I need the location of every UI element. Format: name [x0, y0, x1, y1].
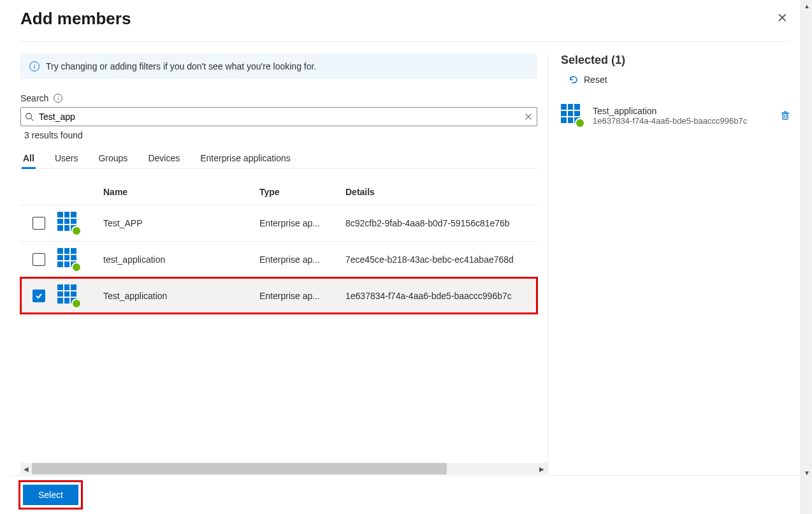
search-help-icon[interactable]: i	[54, 94, 62, 103]
remove-selected-button[interactable]	[780, 110, 790, 121]
reset-label: Reset	[584, 75, 607, 85]
tabs: AllUsersGroupsDevicesEnterprise applicat…	[20, 148, 537, 169]
svg-point-0	[26, 114, 32, 119]
info-banner-text: Try changing or adding filters if you do…	[46, 61, 316, 71]
row-name: test_application	[103, 254, 259, 265]
footer: Select	[10, 475, 801, 514]
col-header-name[interactable]: Name	[103, 187, 259, 197]
row-name: Test_APP	[103, 218, 259, 228]
results-table: Name Type Details Test_APPEnterprise ap.…	[20, 179, 537, 314]
search-icon	[25, 112, 34, 121]
selected-title: Selected (1)	[561, 54, 790, 67]
table-row[interactable]: test_applicationEnterprise ap...7ece45ce…	[20, 241, 537, 277]
row-details: 1e637834-f74a-4aa6-bde5-baaccc996b7c	[345, 291, 537, 301]
table-header: Name Type Details	[20, 179, 537, 205]
table-row[interactable]: Test_APPEnterprise ap...8c92cfb2-9fab-4a…	[20, 205, 537, 241]
search-label: Search	[20, 93, 48, 103]
enterprise-app-icon	[57, 212, 80, 235]
add-members-panel: Add members ✕ i Try changing or adding f…	[10, 0, 801, 514]
page-title: Add members	[20, 9, 131, 29]
tab-groups[interactable]: Groups	[97, 148, 129, 168]
search-box	[20, 107, 537, 126]
tab-users[interactable]: Users	[54, 148, 80, 168]
search-input[interactable]	[38, 110, 520, 123]
search-label-row: Search i	[20, 93, 537, 103]
table-row[interactable]: Test_applicationEnterprise ap...1e637834…	[20, 277, 537, 314]
enterprise-app-icon	[57, 284, 80, 307]
row-checkbox[interactable]	[33, 290, 45, 302]
col-header-type[interactable]: Type	[259, 187, 345, 197]
scroll-thumb[interactable]	[32, 463, 447, 474]
results-count: 3 results found	[24, 130, 537, 140]
horizontal-scrollbar[interactable]: ◀ ▶	[20, 463, 547, 474]
row-checkbox[interactable]	[33, 253, 45, 266]
row-type: Enterprise ap...	[259, 291, 345, 301]
selected-items: Test_application1e637834-f74a-4aa6-bde5-…	[561, 104, 790, 127]
scroll-left-arrow[interactable]: ◀	[20, 463, 32, 474]
clear-search-button[interactable]	[524, 112, 533, 121]
enterprise-app-icon	[561, 104, 584, 127]
scroll-up-arrow[interactable]: ▲	[801, 0, 812, 11]
row-details: 7ece45ce-b218-43ac-bebc-ec41abae768d	[345, 254, 537, 265]
svg-line-1	[31, 119, 34, 121]
reset-button[interactable]: Reset	[569, 75, 607, 85]
selected-panel: Selected (1) Reset Test_application1e637…	[548, 54, 790, 474]
main-layout: i Try changing or adding filters if you …	[20, 54, 790, 474]
undo-icon	[569, 75, 579, 85]
selected-item-id: 1e637834-f74a-4aa6-bde5-baaccc996b7c	[593, 116, 771, 126]
svg-rect-4	[783, 114, 788, 119]
enterprise-app-icon	[57, 248, 80, 271]
tab-enterprise-applications[interactable]: Enterprise applications	[199, 148, 292, 168]
selected-item: Test_application1e637834-f74a-4aa6-bde5-…	[561, 104, 790, 127]
select-button[interactable]: Select	[23, 485, 78, 505]
left-column: i Try changing or adding filters if you …	[20, 54, 548, 474]
row-type: Enterprise ap...	[259, 254, 345, 265]
col-header-details[interactable]: Details	[345, 187, 537, 197]
row-details: 8c92cfb2-9fab-4aa8-b0d7-59156c81e76b	[345, 218, 537, 228]
tab-all[interactable]: All	[22, 148, 36, 168]
divider	[20, 41, 790, 42]
tab-devices[interactable]: Devices	[147, 148, 181, 168]
row-type: Enterprise ap...	[259, 218, 345, 228]
row-name: Test_application	[103, 291, 259, 301]
selected-item-name: Test_application	[593, 106, 771, 116]
close-button[interactable]: ✕	[774, 9, 790, 27]
panel-header: Add members ✕	[20, 5, 790, 41]
scroll-right-arrow[interactable]: ▶	[536, 463, 547, 474]
table-body: Test_APPEnterprise ap...8c92cfb2-9fab-4a…	[20, 205, 537, 314]
info-banner: i Try changing or adding filters if you …	[20, 54, 537, 79]
scroll-down-arrow[interactable]: ▼	[801, 467, 812, 478]
vertical-scrollbar[interactable]: ▲ ▼	[801, 0, 812, 514]
select-button-highlight: Select	[20, 482, 81, 508]
row-checkbox[interactable]	[33, 217, 45, 230]
info-icon: i	[29, 61, 40, 71]
